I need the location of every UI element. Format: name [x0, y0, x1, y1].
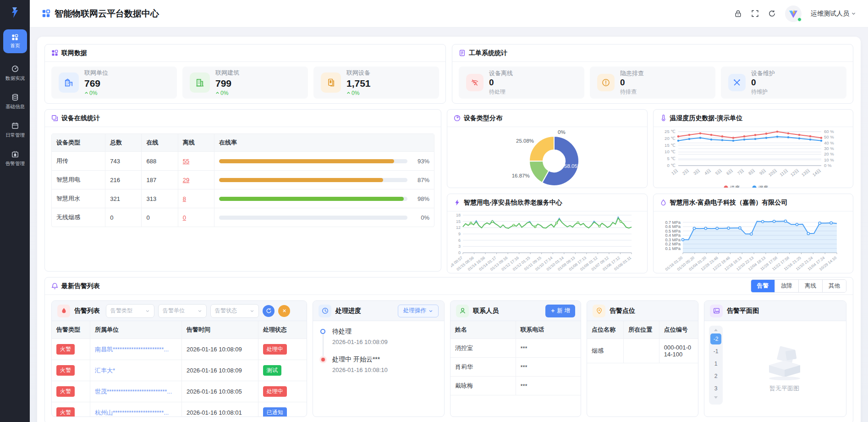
- thermometer-icon: [660, 115, 667, 122]
- device-distribution-chart[interactable]: 58.05%16.87%25.08%0%: [447, 127, 647, 188]
- refresh-icon[interactable]: [768, 10, 776, 17]
- sidebar-item-base-info[interactable]: 基础信息: [0, 94, 30, 110]
- action-label: 处理操作: [403, 307, 426, 315]
- svg-text:7日: 7日: [736, 168, 744, 176]
- svg-text:13日: 13日: [800, 168, 811, 178]
- subpanel-progress: 处理进度 处理操作 待处理: [313, 300, 445, 417]
- alarm-row: 火警 世茂**************************... 2026-…: [52, 381, 307, 402]
- sidebar-item-label: 基础信息: [5, 103, 25, 110]
- sidebar: 首页 数据实况 基础信息 日常管理: [0, 0, 30, 422]
- svg-text:58.05%: 58.05%: [564, 163, 582, 169]
- temp-humidity-chart[interactable]: 25 ℃20 ℃15 ℃10 ℃5 ℃0 ℃60 %50 %40 %30 %20…: [654, 127, 853, 188]
- step-pending-dot: [320, 329, 325, 334]
- tab-offline[interactable]: 离线: [799, 280, 823, 292]
- sidebar-item-home[interactable]: 首页: [3, 29, 27, 53]
- contact-name: 戴咏梅: [450, 377, 516, 395]
- table-header-row: 告警类型 所属单位 告警时间 处理状态: [52, 321, 307, 339]
- close-button[interactable]: [278, 305, 290, 317]
- panel-title: 智慧用水-富鼎电子科技（嘉善）有限公司: [670, 199, 788, 207]
- subpanel-title: 告警点位: [610, 307, 635, 315]
- col-header: 在线: [142, 134, 178, 152]
- wo-value: 0: [489, 78, 513, 88]
- wo-card-hazard-check: 隐患排查 0 待排查: [590, 67, 715, 99]
- floor-option[interactable]: -1: [710, 346, 721, 357]
- svg-text:20 ℃: 20 ℃: [665, 136, 676, 141]
- alarm-type-select[interactable]: 告警类型: [106, 304, 154, 318]
- col-header: 联系电话: [516, 321, 581, 339]
- main-area: 智能物联网云平台数据中心 运维测: [30, 0, 868, 422]
- network-cards: 联网单位 769 0%: [45, 62, 445, 103]
- wo-label: 隐患排查: [620, 69, 644, 78]
- row-charts: 设备在线统计 设备类型 总数 在线 离线 在线: [44, 109, 853, 272]
- user-avatar[interactable]: [785, 6, 802, 22]
- wo-card-body: 设备离线 0 待处理: [489, 69, 513, 96]
- tab-other[interactable]: 其他: [823, 280, 846, 292]
- status-badge: 处理中: [263, 344, 287, 355]
- svg-text:25 ℃: 25 ℃: [665, 129, 676, 134]
- refresh-button[interactable]: [263, 305, 275, 317]
- svg-text:15 ℃: 15 ℃: [665, 143, 676, 148]
- step-time: 2026-01-16 10:08:10: [332, 366, 437, 373]
- unit-link[interactable]: 杭州山**********************...: [95, 409, 173, 417]
- unit-link[interactable]: 南昌凯**********************...: [95, 345, 173, 354]
- tab-fault[interactable]: 故障: [775, 280, 799, 292]
- col-header: 设备类型: [52, 134, 105, 152]
- panel-device-distribution: 设备类型分布 58.05%16.87%25.08%0%: [447, 109, 648, 188]
- process-action-button[interactable]: 处理操作: [398, 305, 439, 317]
- alarm-unit-select[interactable]: 告警单位: [158, 304, 207, 318]
- floor-option[interactable]: 2: [710, 371, 721, 382]
- fullscreen-icon[interactable]: [751, 10, 759, 17]
- document-icon: [459, 50, 466, 56]
- tab-alarm[interactable]: 告警: [751, 280, 775, 292]
- online-count: 313: [142, 189, 178, 208]
- floor-option[interactable]: 1: [710, 358, 721, 369]
- wo-label: 设备维护: [751, 69, 775, 78]
- alarm-time: 2026-01-16 10:08:05: [182, 381, 258, 402]
- rate-text: 0%: [413, 214, 429, 221]
- app-root: 首页 数据实况 基础信息 日常管理: [0, 0, 868, 422]
- total-count: 743: [105, 152, 142, 171]
- electricity-chart[interactable]: 181512963001/16 00:5701/15 08:5601/14 16…: [447, 211, 647, 273]
- device-type: 用传: [52, 152, 105, 171]
- unit-link[interactable]: 汇丰大*: [95, 366, 173, 375]
- wo-card-device-maintenance: 设备维护 0 待维护: [721, 67, 846, 99]
- alarm-status-select[interactable]: 告警状态: [210, 304, 259, 318]
- wo-card-body: 设备维护 0 待维护: [751, 69, 775, 96]
- panel-latest-alarms: 最新告警列表 告警 故障 离线 其他: [44, 277, 853, 422]
- unit-link[interactable]: 世茂**************************...: [95, 388, 173, 396]
- offline-count-link[interactable]: 0: [183, 214, 186, 221]
- contact-row: 戴咏梅 ***: [450, 377, 581, 395]
- rate-text: 98%: [413, 195, 429, 202]
- panel-electricity: 智慧用电-淳安县怡欣养老服务中心 181512963001/16 00:5701…: [447, 194, 648, 273]
- col-header: 在线率: [214, 134, 434, 152]
- floor-option[interactable]: -2: [710, 333, 721, 344]
- flame-icon: [57, 305, 70, 317]
- offline-count-link[interactable]: 29: [183, 177, 189, 183]
- sidebar-item-daily-mgmt[interactable]: 日常管理: [0, 122, 30, 139]
- sidebar-item-live-data[interactable]: 数据实况: [0, 65, 30, 82]
- alarm-filters: 告警类型 告警单位 告警状态: [106, 304, 290, 318]
- building-icon: [59, 72, 79, 93]
- svg-text:8日: 8日: [747, 168, 755, 176]
- stat-trend: 0%: [215, 90, 239, 96]
- add-contact-button[interactable]: 新 增: [545, 305, 575, 317]
- content-scroll-area[interactable]: 联网数据 联网单位 769: [30, 28, 868, 422]
- timeline-connector: [323, 334, 324, 356]
- lock-icon[interactable]: [734, 10, 742, 17]
- point-name: 烟感: [587, 339, 624, 363]
- sidebar-item-alarm-mgmt[interactable]: 告警管理: [0, 150, 30, 167]
- floor-option[interactable]: 3: [710, 383, 721, 394]
- col-header: 点位名称: [587, 321, 624, 339]
- sidebar-item-label: 日常管理: [5, 132, 25, 138]
- floor-down-icon[interactable]: [714, 396, 718, 399]
- offline-count-link[interactable]: 8: [183, 195, 186, 202]
- app-logo-icon: [8, 6, 22, 19]
- floor-up-icon[interactable]: [714, 329, 718, 331]
- user-menu[interactable]: 运维测试人员: [811, 10, 856, 18]
- stat-card-body: 联网设备 1,751 0%: [346, 69, 371, 96]
- offline-count-link[interactable]: 55: [183, 158, 189, 165]
- water-chart[interactable]: 0.7 MPa0.6 MPa0.5 MPa0.4 MPa0.3 MPa0.2 M…: [654, 211, 853, 273]
- svg-text:20 %: 20 %: [824, 151, 834, 156]
- alarm-subpanels: 告警列表 告警类型 告警单位: [45, 295, 853, 422]
- wo-card-device-offline: 设备离线 0 待处理: [459, 67, 584, 99]
